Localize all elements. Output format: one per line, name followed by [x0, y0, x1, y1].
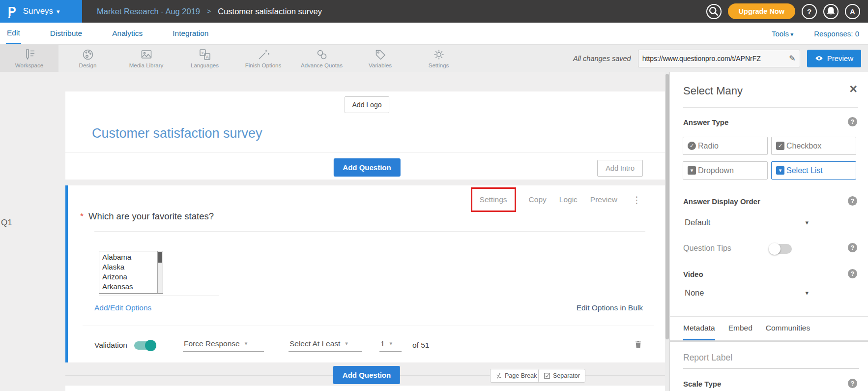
question-text[interactable]: Which are your favorite states?	[88, 211, 214, 222]
options-links-row: Add/Edit Options Edit Options in Bulk	[94, 303, 643, 312]
page-scrollbar[interactable]	[665, 72, 669, 391]
add-logo-button[interactable]: Add Logo	[345, 96, 390, 113]
answer-type-checkbox-button[interactable]: Checkbox	[771, 137, 856, 155]
add-question-button-top[interactable]: Add Question	[333, 158, 400, 177]
toolbar-label: Media Library	[129, 62, 164, 68]
answer-type-label-text: Checkbox	[786, 142, 821, 150]
list-scrollbar-thumb[interactable]	[158, 252, 162, 263]
select-list-options: Alabama Alaska Arizona Arkansas	[99, 251, 157, 293]
add-intro-button[interactable]: Add Intro	[597, 160, 643, 177]
question-logic-action[interactable]: Logic	[559, 195, 578, 204]
responses-count[interactable]: Responses: 0	[814, 30, 859, 38]
answer-type-select-list-button[interactable]: Select List	[771, 161, 856, 180]
answer-type-dropdown-button[interactable]: Dropdown	[683, 161, 768, 180]
survey-url-input[interactable]	[642, 55, 786, 62]
question-settings-panel: Select Many Answer Type Radio Checkbox D…	[669, 72, 868, 391]
toolbar-item-advance-quotas[interactable]: Advance Quotas	[292, 45, 351, 72]
validation-toggle[interactable]	[134, 341, 156, 350]
question-settings-action[interactable]: Settings	[471, 187, 516, 212]
tab-communities[interactable]: Communities	[766, 324, 810, 340]
toolbar-label: Settings	[429, 62, 449, 68]
page-scrollbar-thumb[interactable]	[665, 74, 669, 339]
question-card: Settings Copy Logic Preview * Which are …	[65, 185, 668, 362]
nav-tab-integration[interactable]: Integration	[172, 24, 209, 43]
min-count-dropdown[interactable]: 1	[379, 339, 402, 352]
answer-underline	[99, 296, 219, 296]
answer-select-list[interactable]: Alabama Alaska Arizona Arkansas	[99, 251, 163, 294]
search-icon[interactable]	[706, 4, 722, 19]
account-avatar[interactable]: A	[845, 4, 860, 19]
question-copy-action[interactable]: Copy	[529, 195, 547, 204]
add-question-button-bottom[interactable]: Add Question	[333, 366, 400, 384]
preview-button[interactable]: Preview	[807, 50, 861, 67]
edit-url-pencil-icon[interactable]	[789, 54, 795, 63]
toolbar-item-variables[interactable]: Variables	[351, 45, 409, 72]
report-label-input[interactable]	[683, 350, 859, 368]
question-preview-action[interactable]: Preview	[590, 195, 617, 204]
list-item[interactable]: Arizona	[102, 272, 157, 282]
answer-type-label: Answer Type	[683, 118, 728, 126]
toolbar-item-design[interactable]: Design	[58, 45, 117, 72]
nav-tab-analytics[interactable]: Analytics	[111, 24, 144, 43]
upgrade-now-button[interactable]: Upgrade Now	[728, 3, 795, 19]
list-item[interactable]: Alabama	[102, 252, 157, 262]
more-options-kebab-icon[interactable]	[632, 194, 641, 206]
notifications-bell-icon[interactable]	[823, 4, 839, 19]
nav-tab-edit[interactable]: Edit	[6, 23, 21, 44]
add-edit-options-link[interactable]: Add/Edit Options	[94, 303, 151, 312]
divider	[670, 316, 868, 317]
toolbar-item-finish-options[interactable]: Finish Options	[234, 45, 292, 72]
translate-icon: xA	[199, 48, 211, 61]
list-scrollbar[interactable]	[157, 251, 163, 293]
svg-text:x: x	[202, 51, 203, 55]
toolbar-right: All changes saved Preview	[573, 45, 868, 72]
scale-type-help-icon[interactable]	[848, 379, 857, 388]
toolbar-item-languages[interactable]: xA Languages	[175, 45, 234, 72]
video-help-icon[interactable]	[848, 269, 857, 278]
delete-question-trash-icon[interactable]	[634, 339, 643, 352]
question-text-underline	[94, 231, 645, 232]
questionpro-logo[interactable]: P	[8, 5, 16, 18]
survey-title[interactable]: Customer satisfaction survey	[92, 126, 262, 141]
force-response-dropdown[interactable]: Force Response	[183, 339, 264, 352]
dropdown-icon	[688, 166, 696, 175]
answer-type-radio-button[interactable]: Radio	[683, 137, 768, 155]
edit-options-in-bulk-link[interactable]: Edit Options in Bulk	[577, 303, 643, 312]
nav-tab-distribute[interactable]: Distribute	[49, 24, 83, 43]
answer-type-help-icon[interactable]	[848, 117, 857, 126]
answer-display-order-help-icon[interactable]	[848, 196, 857, 206]
separator-button[interactable]: Separator	[538, 369, 585, 383]
of-total-label: of 51	[412, 341, 429, 350]
survey-url-box[interactable]	[638, 50, 800, 67]
breadcrumb: Market Research - Aug 2019 > Customer sa…	[97, 7, 322, 16]
page-break-button[interactable]: Page Break	[490, 369, 542, 383]
answer-display-order-dropdown[interactable]: Default	[685, 218, 809, 227]
tabs-baseline	[670, 340, 868, 342]
list-item[interactable]: Alaska	[102, 262, 157, 272]
next-block-card	[65, 386, 668, 391]
separator-checkbox-icon	[544, 372, 550, 379]
survey-editor-app: P Surveys Market Research - Aug 2019 > C…	[0, 0, 868, 391]
surveys-menu[interactable]: Surveys	[23, 6, 60, 16]
select-at-least-dropdown[interactable]: Select At Least	[289, 339, 362, 352]
help-icon[interactable]: ?	[802, 4, 817, 19]
list-item[interactable]: Arkansas	[102, 282, 157, 292]
answer-type-label-text: Radio	[698, 142, 719, 150]
chain-links-icon	[316, 48, 328, 61]
workspace-icon	[23, 48, 36, 61]
panel-title: Select Many	[683, 85, 743, 97]
nav-right: Tools Responses: 0	[772, 30, 859, 38]
survey-header-card: Add Logo Customer satisfaction survey Ad…	[65, 91, 668, 180]
tools-dropdown[interactable]: Tools	[772, 30, 793, 38]
toolbar-item-workspace[interactable]: Workspace	[0, 45, 58, 72]
toolbar-item-media-library[interactable]: Media Library	[117, 45, 175, 72]
question-tips-toggle[interactable]	[770, 244, 792, 254]
question-tips-label: Question Tips	[683, 244, 731, 253]
video-dropdown[interactable]: None	[685, 288, 809, 298]
question-tips-help-icon[interactable]	[848, 243, 857, 252]
tab-metadata[interactable]: Metadata	[683, 324, 715, 340]
close-panel-icon[interactable]	[849, 83, 857, 96]
breadcrumb-folder[interactable]: Market Research - Aug 2019	[97, 7, 200, 16]
toolbar-item-settings[interactable]: Settings	[409, 45, 468, 72]
tab-embed[interactable]: Embed	[728, 324, 752, 340]
